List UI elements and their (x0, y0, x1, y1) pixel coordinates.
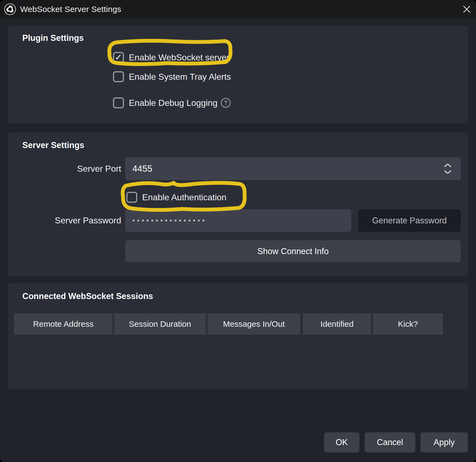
websocket-settings-dialog: WebSocket Server Settings Plugin Setting… (0, 0, 476, 462)
server-port-label: Server Port (33, 164, 121, 174)
help-glyph: ? (224, 99, 227, 106)
cancel-button[interactable]: Cancel (365, 432, 415, 452)
chevron-up-icon[interactable] (444, 163, 451, 167)
close-icon (462, 4, 472, 14)
column-header-identified[interactable]: Identified (303, 313, 371, 335)
checkbox-unchecked[interactable] (126, 192, 137, 203)
generate-password-button[interactable]: Generate Password (358, 209, 461, 232)
enable-authentication-checkbox-row[interactable]: Enable Authentication (126, 192, 227, 203)
enable-websocket-server-label: Enable WebSocket server (129, 53, 229, 63)
enable-system-tray-alerts-label: Enable System Tray Alerts (129, 72, 231, 82)
plugin-settings-title: Plugin Settings (22, 33, 84, 43)
checkbox-unchecked[interactable] (113, 71, 124, 82)
titlebar[interactable]: WebSocket Server Settings (0, 0, 476, 19)
enable-debug-logging-label: Enable Debug Logging (129, 98, 218, 108)
plugin-settings-group: Plugin Settings (8, 26, 468, 123)
help-icon[interactable]: ? (221, 98, 231, 108)
screen: { "window": { "title": "WebSocket Server… (0, 0, 476, 462)
sessions-title: Connected WebSocket Sessions (22, 291, 153, 301)
sessions-table-body-empty (14, 338, 443, 383)
checkbox-unchecked[interactable] (113, 97, 124, 108)
ok-button[interactable]: OK (324, 432, 359, 452)
apply-button[interactable]: Apply (420, 432, 468, 452)
server-port-spinbox[interactable]: 4455 (125, 157, 461, 180)
enable-websocket-server-checkbox-row[interactable]: ✓ Enable WebSocket server (113, 52, 229, 63)
server-port-value: 4455 (125, 164, 152, 174)
port-spin-controls (442, 157, 454, 180)
enable-system-tray-alerts-checkbox-row[interactable]: Enable System Tray Alerts (113, 71, 231, 82)
check-icon: ✓ (115, 53, 122, 61)
chevron-down-icon[interactable] (444, 170, 451, 174)
server-password-input[interactable]: •••••••••••••••• (125, 209, 351, 232)
show-connect-info-button[interactable]: Show Connect Info (125, 240, 461, 262)
server-settings-title: Server Settings (22, 140, 84, 150)
enable-debug-logging-checkbox-row[interactable]: Enable Debug Logging ? (113, 97, 231, 108)
server-password-label: Server Password (33, 215, 121, 226)
checkbox-checked[interactable]: ✓ (113, 52, 124, 63)
window-title: WebSocket Server Settings (20, 0, 121, 19)
password-masked-value: •••••••••••••••• (125, 216, 207, 225)
obs-logo-icon (4, 3, 16, 16)
close-button[interactable] (460, 2, 474, 16)
column-header-session-duration[interactable]: Session Duration (114, 313, 206, 335)
enable-authentication-label: Enable Authentication (142, 192, 227, 202)
column-header-kick[interactable]: Kick? (373, 313, 443, 335)
column-header-messages-in-out[interactable]: Messages In/Out (208, 313, 300, 335)
column-header-remote-address[interactable]: Remote Address (14, 313, 112, 335)
